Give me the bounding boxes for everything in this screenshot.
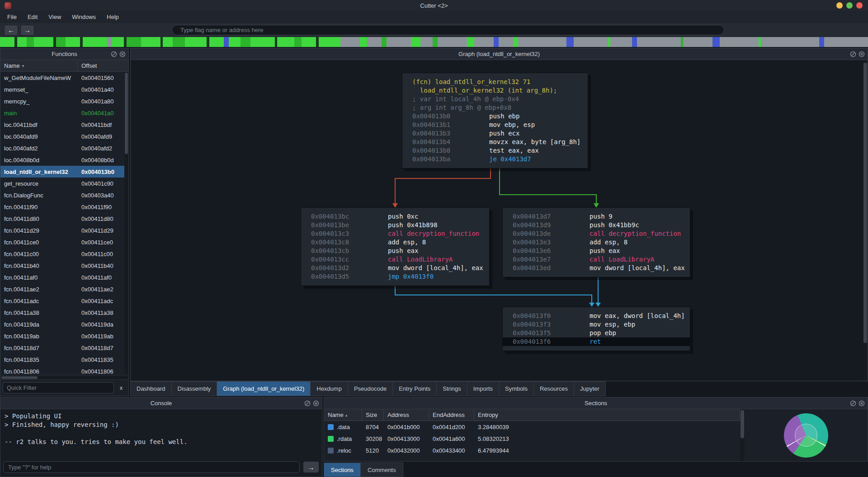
graph-block[interactable]: 0x004013f0mov eax, dword [local_4h]0x004… [502, 307, 690, 351]
functions-scrollbar-thumb[interactable] [125, 73, 128, 154]
function-row[interactable]: main0x004041a0 [0, 107, 128, 119]
functions-hscrollbar[interactable] [0, 375, 128, 379]
functions-column-header[interactable]: Name ▾ Offset [0, 60, 128, 72]
tab-imports[interactable]: Imports [467, 381, 499, 396]
disasm-line[interactable]: 0x004013cbpush eax [301, 247, 489, 255]
functions-scrollbar[interactable] [124, 72, 128, 375]
graph-block[interactable]: 0x004013bcpush 0xc0x004013bepush 0x41b89… [301, 207, 490, 286]
function-row[interactable]: fcn.00411d800x00411d80 [0, 213, 128, 224]
graph-scrollbar[interactable] [863, 60, 868, 381]
tab-entry-points[interactable]: Entry Points [393, 381, 437, 396]
detach-icon[interactable] [850, 51, 856, 57]
disasm-line[interactable]: 0x004013e6push eax [503, 247, 690, 255]
graph-canvas[interactable]: (fcn) load_ntdll_or_kernel32 71 load_ntd… [131, 60, 863, 381]
menu-edit[interactable]: Edit [22, 12, 43, 22]
close-panel-icon[interactable] [119, 51, 126, 57]
sort-dropdown-icon[interactable]: ▾ [22, 64, 24, 68]
function-row[interactable]: loc.00411bdf0x00411bdf [0, 119, 128, 131]
function-row[interactable]: memcpy_0x00401a80 [0, 95, 128, 107]
function-row[interactable]: fcn.00411ae20x00411ae2 [0, 283, 128, 295]
console-execute-button[interactable]: → [303, 461, 319, 473]
graph-block[interactable]: 0x004013d7push 90x004013d9push 0x41bb9c0… [502, 207, 690, 277]
tab-resources[interactable]: Resources [534, 381, 574, 396]
close-panel-icon[interactable] [859, 400, 865, 407]
minimize-button[interactable] [836, 2, 843, 9]
disasm-line[interactable]: 0x004013baje 0x4013d7 [402, 155, 588, 164]
function-row[interactable]: fcn.00411d290x00411d29 [0, 224, 128, 236]
disasm-line[interactable]: 0x004013d2mov dword [local_4h], eax [301, 264, 489, 272]
sections-panel-header[interactable]: Sections [324, 398, 868, 409]
function-row[interactable]: fcn.004118350x00411835 [0, 354, 128, 365]
function-row[interactable]: fcn.00411f900x00411f90 [0, 201, 128, 213]
address-search-input[interactable] [172, 25, 724, 35]
close-panel-icon[interactable] [859, 51, 865, 57]
tab-dashboard[interactable]: Dashboard [130, 381, 172, 396]
function-row[interactable]: get_resource0x00401c90 [0, 178, 128, 189]
disasm-line[interactable]: 0x004013b1mov ebp, esp [402, 121, 588, 129]
disasm-line[interactable]: 0x004013b4movzx eax, byte [arg_8h] [402, 138, 588, 146]
section-row[interactable]: .reloc51200x004320000x004334006.47993944 [324, 444, 740, 456]
sections-scrollbar[interactable] [740, 409, 745, 461]
tab-symbols[interactable]: Symbols [499, 381, 534, 396]
function-row[interactable]: w_GetModuleFileNameW0x00401560 [0, 72, 128, 84]
tab-disassembly[interactable]: Disassembly [172, 381, 217, 396]
disasm-line[interactable]: 0x004013c3call decryption_function [301, 229, 489, 238]
sections-column-size[interactable]: Size [362, 409, 384, 421]
disasm-line[interactable]: 0x004013f6ret [503, 337, 690, 346]
disasm-line[interactable]: 0x004013b8test eax, eax [402, 146, 588, 155]
bottom-tab-sections[interactable]: Sections [324, 463, 361, 477]
function-row[interactable]: loc.0040afd90x0040afd9 [0, 131, 128, 142]
graph-block[interactable]: (fcn) load_ntdll_or_kernel32 71 load_ntd… [402, 73, 588, 168]
quick-filter-clear-button[interactable]: x [116, 382, 126, 393]
sections-table-head[interactable]: Name▴SizeAddressEndAddressEntropy [324, 409, 740, 421]
quick-filter-input[interactable] [3, 382, 114, 393]
disasm-line[interactable]: 0x004013cccall LoadLibraryA [301, 255, 489, 264]
tab-graph-load-ntdll-or-kernel32[interactable]: Graph (load_ntdll_or_kernel32) [217, 381, 311, 396]
graph-scrollbar-thumb[interactable] [863, 63, 867, 343]
memory-map[interactable] [0, 37, 868, 47]
function-row[interactable]: fcn.004118060x00411806 [0, 365, 128, 375]
forward-button[interactable]: → [20, 25, 34, 36]
disasm-line[interactable]: 0x004013e7call LoadLibraryA [503, 255, 690, 264]
function-row[interactable]: loc.0040afd20x0040afd2 [0, 142, 128, 154]
disasm-line[interactable]: 0x004013f5pop ebp [503, 329, 690, 337]
function-row[interactable]: fcn.004118d70x004118d7 [0, 342, 128, 354]
console-panel-header[interactable]: Console [0, 398, 322, 409]
disasm-line[interactable]: 0x004013e3add esp, 8 [503, 238, 690, 247]
tab-strings[interactable]: Strings [437, 381, 467, 396]
bottom-tab-comments[interactable]: Comments [361, 463, 403, 477]
disasm-line[interactable]: ; arg int arg_8h @ ebp+0x8 [402, 103, 588, 112]
menu-windows[interactable]: Windows [66, 12, 101, 22]
disasm-line[interactable]: 0x004013bepush 0x41b898 [301, 221, 489, 229]
function-row[interactable]: fcn.004119ab0x004119ab [0, 330, 128, 342]
disasm-line[interactable]: 0x004013f3mov esp, ebp [503, 320, 690, 329]
section-row[interactable]: .rdata302080x004130000x0041a6005.0832021… [324, 433, 740, 444]
back-button[interactable]: ← [4, 25, 18, 36]
disasm-line[interactable]: 0x004013b3push ecx [402, 129, 588, 138]
sections-column-endaddress[interactable]: EndAddress [429, 409, 474, 421]
disasm-line[interactable]: 0x004013d7push 9 [503, 212, 690, 221]
disasm-line[interactable]: 0x004013f0mov eax, dword [local_4h] [503, 312, 690, 320]
close-button[interactable] [856, 2, 863, 9]
graph-panel-header[interactable]: Graph (load_ntdll_or_kernel32) [131, 48, 868, 60]
tab-jupyter[interactable]: Jupyter [574, 381, 606, 396]
section-row[interactable]: .data87040x0041b0000x0041d2003.28480039 [324, 421, 740, 433]
disasm-line[interactable]: 0x004013b0push ebp [402, 112, 588, 121]
disasm-line[interactable]: load_ntdll_or_kernel32 (int arg_8h); [402, 86, 588, 95]
disasm-line[interactable]: 0x004013decall decryption_function [503, 229, 690, 238]
disasm-line[interactable]: 0x004013c8add esp, 8 [301, 238, 489, 247]
disasm-line[interactable]: 0x004013edmov dword [local_4h], eax [503, 264, 690, 272]
menu-help[interactable]: Help [101, 12, 124, 22]
function-row[interactable]: load_ntdll_or_kernel320x004013b0 [0, 166, 128, 178]
maximize-button[interactable] [846, 2, 853, 9]
function-row[interactable]: loc.00408b0d0x00408b0d [0, 154, 128, 166]
function-row[interactable]: fcn.00411adc0x00411adc [0, 295, 128, 307]
detach-icon[interactable] [304, 400, 311, 407]
sections-column-address[interactable]: Address [384, 409, 429, 421]
disasm-line[interactable]: 0x004013d9push 0x41bb9c [503, 221, 690, 229]
console-input[interactable] [3, 461, 300, 473]
menu-file[interactable]: File [2, 12, 22, 22]
function-row[interactable]: memset_0x00401a40 [0, 84, 128, 95]
disasm-line[interactable]: ; var int local_4h @ ebp-0x4 [402, 95, 588, 103]
disasm-line[interactable]: 0x004013d5jmp 0x4013f0 [301, 272, 489, 281]
